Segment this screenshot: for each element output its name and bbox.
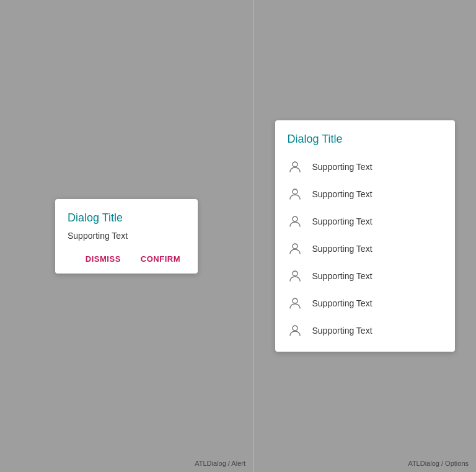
option-text: Supporting Text (312, 162, 372, 172)
left-panel-label: ATLDialog / Alert (195, 460, 245, 467)
person-icon (288, 296, 302, 311)
svg-point-6 (293, 326, 298, 331)
option-text: Supporting Text (312, 189, 372, 199)
svg-point-0 (293, 162, 298, 167)
right-panel: Dialog Title Supporting TextSupporting T… (253, 0, 476, 472)
options-dialog-title: Dialog Title (275, 133, 455, 153)
left-panel: Dialog Title Supporting Text DISMISS CON… (0, 0, 253, 472)
alert-dialog: Dialog Title Supporting Text DISMISS CON… (55, 199, 198, 274)
option-text: Supporting Text (312, 271, 372, 281)
alert-dialog-actions: DISMISS CONFIRM (68, 252, 185, 266)
right-panel-label: ATLDialog / Options (408, 460, 469, 467)
person-icon (288, 269, 302, 283)
list-item[interactable]: Supporting Text (275, 235, 455, 262)
alert-dialog-title: Dialog Title (68, 212, 185, 225)
option-text: Supporting Text (312, 326, 372, 336)
list-item[interactable]: Supporting Text (275, 153, 455, 180)
person-icon (288, 187, 302, 202)
confirm-button[interactable]: CONFIRM (136, 252, 185, 266)
person-icon (288, 323, 302, 338)
svg-point-1 (293, 189, 298, 194)
option-text: Supporting Text (312, 216, 372, 226)
svg-point-5 (293, 298, 298, 303)
list-item[interactable]: Supporting Text (275, 290, 455, 317)
dismiss-button[interactable]: DISMISS (81, 252, 126, 266)
options-list: Supporting TextSupporting TextSupporting… (275, 153, 455, 344)
alert-dialog-body: Supporting Text (68, 231, 185, 241)
svg-point-3 (293, 244, 298, 249)
options-dialog: Dialog Title Supporting TextSupporting T… (275, 120, 455, 352)
svg-point-2 (293, 216, 298, 221)
option-text: Supporting Text (312, 298, 372, 308)
person-icon (288, 214, 302, 229)
list-item[interactable]: Supporting Text (275, 208, 455, 235)
list-item[interactable]: Supporting Text (275, 180, 455, 208)
person-icon (288, 241, 302, 256)
list-item[interactable]: Supporting Text (275, 262, 455, 290)
option-text: Supporting Text (312, 244, 372, 254)
list-item[interactable]: Supporting Text (275, 317, 455, 344)
person-icon (288, 159, 302, 174)
svg-point-4 (293, 271, 298, 276)
